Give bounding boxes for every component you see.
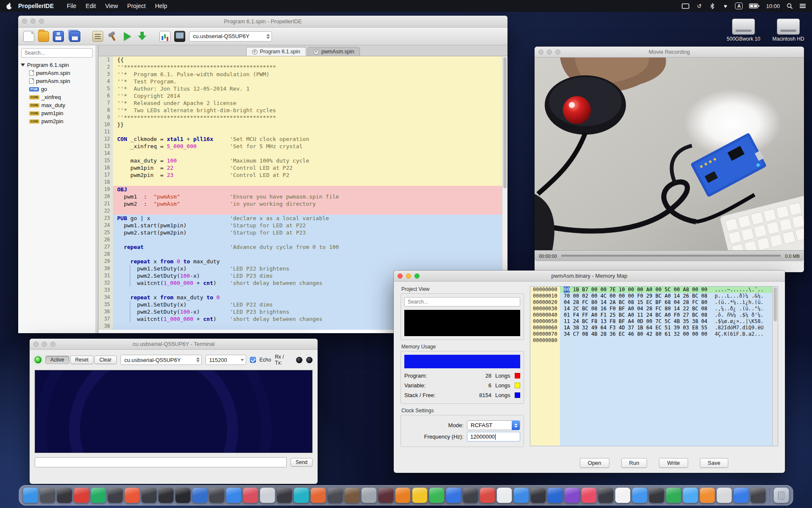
hex-row[interactable]: 0000002004 28 FC 80 14 2A BC 08 15 EC BF… [530, 299, 778, 306]
dock-icon-15[interactable] [260, 488, 275, 503]
minimize-button[interactable] [42, 342, 47, 347]
active-button[interactable]: Active [45, 356, 69, 364]
code-line[interactable]: 3''* Program 6.1. Pulse-width modulation… [99, 71, 508, 78]
code-line[interactable]: 29 repeat x from 0 to max_duty [99, 258, 508, 265]
minimize-button[interactable] [30, 19, 36, 24]
font-settings-button[interactable] [92, 31, 103, 42]
scrollbar-thumb[interactable] [503, 57, 507, 188]
code-line[interactable]: 11 [99, 128, 508, 135]
code-line[interactable]: 14 [99, 150, 508, 157]
dock-icon-7[interactable] [125, 488, 140, 503]
dock-icon-29[interactable] [497, 488, 512, 503]
dock-icon-17[interactable] [294, 488, 309, 503]
dock-icon-32[interactable] [548, 488, 563, 503]
display-icon[interactable] [682, 2, 689, 10]
code-line[interactable]: 28 [99, 251, 508, 258]
dock-icon-21[interactable] [362, 488, 377, 503]
dock-icon-18[interactable] [311, 488, 326, 503]
dock-icon-11[interactable] [192, 488, 208, 503]
terminal-port-select[interactable]: cu.usbserial-QS5UP6Y [121, 355, 202, 365]
dock-icon-44[interactable] [751, 488, 766, 503]
clock-mode-select[interactable]: RCFAST [467, 420, 520, 430]
drive-macintosh-hd[interactable]: Macintosh HD [771, 19, 806, 42]
dock-icon-39[interactable] [666, 488, 681, 503]
minimize-button[interactable] [406, 273, 411, 279]
memory-map-button[interactable] [159, 31, 170, 42]
code-line[interactable]: 13 _xinfreq = 5_000_000 'Set for 5 MHz c… [99, 143, 508, 150]
code-line[interactable]: 2''*************************************… [99, 64, 508, 71]
code-line[interactable]: 23PUB go | x 'declare x as a local varia… [99, 215, 508, 222]
code-line[interactable]: 24 pwm1.start(pwm1pin) 'Startup for LED … [99, 222, 508, 229]
tab-close-icon[interactable]: × [313, 49, 319, 55]
dock-icon-33[interactable] [565, 488, 580, 503]
hex-row[interactable]: 0000003014 2C BC 08 16 F0 BF A0 04 28 FC… [530, 306, 778, 312]
dock-icon-37[interactable] [632, 488, 647, 503]
code-line[interactable]: 16 pwm1pin = 22 'Control LED at P22 [99, 164, 508, 171]
hex-row[interactable]: 0000000000 1B B7 00 00 7E 10 00 00 A0 00… [530, 287, 778, 293]
tree-item-pwm2pin[interactable]: CONpwm2pin [29, 117, 93, 125]
dock-icon-34[interactable] [582, 488, 597, 503]
tree-item-pwm1pin[interactable]: CONpwm1pin [29, 109, 93, 117]
menu-help[interactable]: Help [150, 3, 172, 9]
zoom-button[interactable] [414, 273, 420, 279]
terminal-window[interactable]: cu.usbserial-QS5UP6Y - Terminal ActiveRe… [30, 339, 318, 484]
zoom-button[interactable] [39, 19, 44, 24]
code-line[interactable]: 22 [99, 207, 508, 215]
close-button[interactable] [538, 50, 543, 55]
terminal-send-input[interactable] [35, 457, 287, 467]
open-button[interactable]: Open [580, 458, 609, 468]
port-select[interactable]: cu.usbserial-QS5UP6Y [189, 31, 272, 41]
dock-icon-42[interactable] [717, 488, 732, 503]
hex-row[interactable]: 0000005011 24 BC F8 13 F8 BF A4 0D 00 7C… [530, 318, 778, 325]
dock-icon-24[interactable] [412, 488, 428, 503]
menu-project[interactable]: Project [123, 3, 151, 9]
menu-edit[interactable]: Edit [81, 3, 101, 9]
hex-row[interactable]: 0000004001 F4 FF A0 F1 25 BC A0 11 24 BC… [530, 312, 778, 318]
zoom-button[interactable] [555, 50, 560, 55]
battery-icon[interactable] [749, 2, 760, 10]
save-all-button[interactable] [69, 31, 80, 42]
tab-pwmasm-spin[interactable]: ×pwmAsm.spin [307, 47, 360, 56]
code-line[interactable]: 8''* Two LEDs alternate bright-dim-brigh… [99, 107, 508, 114]
bluetooth-icon[interactable] [709, 2, 716, 10]
close-button[interactable] [22, 19, 27, 24]
dock-icon-31[interactable] [531, 488, 546, 503]
code-line[interactable]: 15 max_duty = 100 'Maximum 100% duty cyc… [99, 157, 508, 164]
code-line[interactable]: 6''* Copyright 2014 [99, 92, 508, 99]
code-line[interactable]: 27 repeat 'Advance duty cycle from 0 to … [99, 243, 508, 251]
dock-icon-6[interactable] [108, 488, 123, 503]
heart-icon[interactable]: ♥ [722, 2, 729, 10]
input-source-icon[interactable]: A [735, 3, 743, 9]
dock-icon-40[interactable] [683, 488, 698, 503]
app-menu-title[interactable]: PropellerIDE [18, 3, 54, 9]
code-line[interactable]: 19OBJ [99, 186, 508, 193]
code-line[interactable]: 20 pwm1 : "pwmAsm" 'Ensure you have pwma… [99, 193, 508, 200]
scrollbar-thumb[interactable] [774, 287, 777, 321]
save-button[interactable]: Save [700, 458, 729, 468]
dock-icon-16[interactable] [277, 488, 292, 503]
dock-icon-35[interactable] [598, 488, 614, 503]
dock-icon-19[interactable] [328, 488, 343, 503]
dock-icon-28[interactable] [480, 488, 495, 503]
code-line[interactable]: 26 [99, 236, 508, 243]
dock-icon-9[interactable] [159, 488, 174, 503]
code-line[interactable]: 25 pwm2.start(pwm2pin) 'Startup for LED … [99, 229, 508, 236]
tree-item-go[interactable]: PUBgo [29, 85, 93, 93]
drive-500gbwork[interactable]: 500GBwork 10 [726, 19, 761, 42]
menu-clock[interactable]: 10:00 [766, 3, 780, 9]
hex-row[interactable]: 000000601A 38 32 49 64 F3 4D 37 1B 64 EC… [530, 325, 778, 331]
dock-icon-20[interactable] [345, 488, 360, 503]
tab-close-icon[interactable]: × [252, 49, 258, 55]
zoom-button[interactable] [50, 342, 55, 347]
tree-item-max_duty[interactable]: CONmax_duty [29, 101, 93, 109]
sidebar-search-input[interactable] [21, 48, 93, 58]
open-file-button[interactable] [38, 31, 49, 42]
code-line[interactable]: 5''* Author: Jon Titus 12-05-2014 Rev. 1 [99, 85, 508, 92]
apple-menu[interactable] [6, 3, 12, 10]
tree-item-_xinfreq[interactable]: CON_xinfreq [29, 93, 93, 101]
ide-titlebar[interactable]: Program 6.1.spin - PropellerIDE [18, 16, 508, 28]
disclosure-triangle-icon[interactable] [21, 64, 25, 66]
serial-terminal-button[interactable] [174, 31, 185, 42]
menu-view[interactable]: View [101, 3, 123, 9]
dock-icon-4[interactable] [74, 488, 89, 503]
